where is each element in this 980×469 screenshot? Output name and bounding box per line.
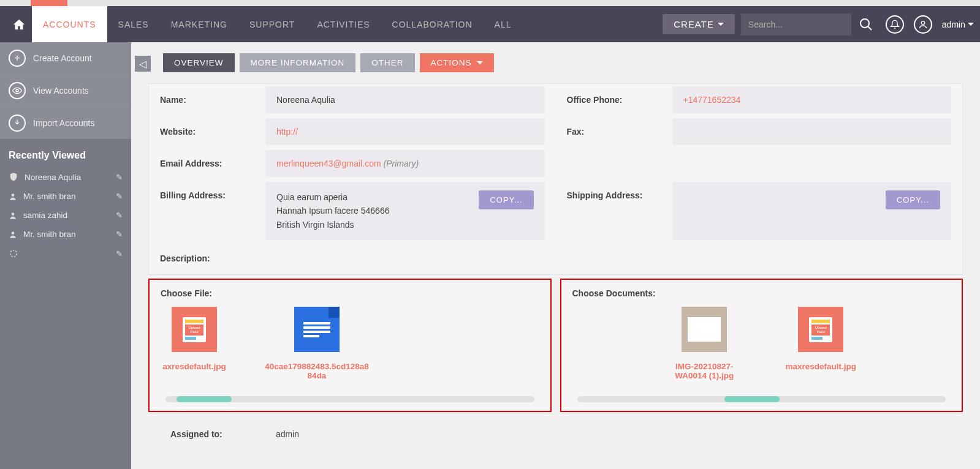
document-attachments[interactable]: IMG-20210827-WA0014 (1).jpg Upload Field… [572, 307, 951, 385]
search-input[interactable] [741, 13, 851, 36]
shield-icon [9, 172, 18, 182]
nav-support[interactable]: SUPPORT [238, 6, 306, 42]
choose-file-label: Choose File: [161, 288, 539, 298]
create-button[interactable]: CREATE [663, 14, 735, 34]
sidebar-create-account[interactable]: + Create Account [0, 42, 131, 75]
svg-point-4 [12, 193, 15, 197]
recent-name: Mr. smith bran [23, 192, 76, 201]
caret-down-icon [718, 23, 724, 26]
tab-actions[interactable]: ACTIONS [420, 53, 494, 72]
sidebar: + Create Account View Accounts Import Ac… [0, 42, 131, 469]
main-navbar: ACCOUNTS SALES MARKETING SUPPORT ACTIVIT… [0, 6, 980, 42]
edit-icon[interactable]: ✎ [116, 211, 123, 220]
file-name: IMG-20210827-WA0014 (1).jpg [670, 362, 738, 380]
shipping-label: Shipping Address: [556, 182, 672, 240]
nav-accounts[interactable]: ACCOUNTS [32, 6, 107, 42]
office-phone-value[interactable]: +14771652234 [672, 86, 952, 113]
recent-name: samia zahid [23, 211, 67, 220]
recently-viewed-header: Recently Viewed [0, 139, 131, 167]
sidebar-view-accounts[interactable]: View Accounts [0, 75, 131, 107]
tab-other[interactable]: OTHER [360, 53, 414, 72]
svg-line-1 [868, 26, 872, 30]
nav-marketing[interactable]: MARKETING [160, 6, 238, 42]
recent-name: Noreena Aqulia [25, 173, 81, 182]
recent-item[interactable]: samia zahid ✎ [0, 206, 131, 225]
sidebar-collapse-toggle[interactable]: ◁ [135, 56, 151, 72]
plus-icon: + [9, 50, 26, 67]
nav-collaboration[interactable]: COLLABORATION [381, 6, 484, 42]
file-thumb-photo-icon [682, 307, 727, 352]
file-name: maxresdefault.jpg [785, 362, 856, 371]
tab-overview[interactable]: OVERVIEW [163, 53, 235, 72]
name-label: Name: [149, 86, 265, 113]
choose-documents-section: Choose Documents: IMG-20210827-WA0014 (1… [560, 279, 963, 412]
nav-sales[interactable]: SALES [107, 6, 160, 42]
file-scrollbar[interactable] [165, 396, 534, 402]
eye-icon [9, 82, 26, 99]
edit-icon[interactable]: ✎ [116, 173, 123, 182]
email-primary-tag: (Primary) [384, 159, 419, 168]
file-item[interactable]: Upload Field maxresdefault.jpg [778, 307, 864, 380]
nav-all[interactable]: ALL [484, 6, 523, 42]
svg-point-6 [12, 231, 15, 234]
person-icon [9, 211, 17, 220]
caret-down-icon [477, 61, 483, 64]
billing-address-value[interactable]: Quia earum aperia Hannah Ipsum facere 54… [265, 182, 545, 240]
admin-caret-icon[interactable] [968, 23, 974, 26]
edit-icon[interactable]: ✎ [116, 230, 123, 239]
email-value[interactable]: merlinqueen43@gmail.com (Primary) [265, 150, 545, 177]
recent-name: Mr. smith bran [23, 230, 76, 239]
billing-line1: Quia earum aperia [276, 190, 471, 204]
file-item[interactable]: Upload Field axresdefault.jpg [161, 307, 228, 380]
recent-item[interactable]: ✎ [0, 244, 131, 263]
billing-line3: British Virgin Islands [276, 218, 471, 231]
assigned-value: admin [265, 421, 310, 448]
edit-icon[interactable]: ✎ [116, 249, 123, 258]
docs-scrollbar[interactable] [577, 396, 946, 402]
file-attachments[interactable]: Upload Field axresdefault.jpg 40cae17988… [161, 307, 539, 385]
sidebar-import-accounts[interactable]: Import Accounts [0, 107, 131, 139]
home-icon[interactable] [6, 18, 32, 31]
file-name: 40cae179882483.5cd128a884da [265, 362, 369, 380]
assigned-to-row: Assigned to: admin [148, 421, 963, 448]
assigned-label: Assigned to: [148, 421, 265, 448]
person-icon [9, 230, 17, 239]
name-value[interactable]: Noreena Aqulia [265, 86, 545, 113]
recent-item[interactable]: Mr. smith bran ✎ [0, 225, 131, 244]
edit-icon[interactable]: ✎ [116, 192, 123, 201]
svg-point-3 [16, 89, 18, 92]
shipping-address-value[interactable]: COPY... [672, 182, 952, 240]
description-label: Description: [149, 245, 265, 272]
notifications-icon[interactable] [881, 15, 909, 34]
tab-more-information[interactable]: MORE INFORMATION [240, 53, 356, 72]
svg-point-2 [921, 21, 924, 24]
tab-actions-label: ACTIONS [431, 58, 472, 67]
file-name: axresdefault.jpg [162, 362, 226, 371]
choose-file-section: Choose File: Upload Field axresdefault.j… [148, 279, 552, 412]
svg-point-0 [860, 19, 869, 28]
website-label: Website: [149, 118, 265, 145]
user-menu-icon[interactable] [909, 15, 937, 34]
search-icon[interactable] [851, 17, 881, 32]
recent-item[interactable]: Noreena Aqulia ✎ [0, 167, 131, 187]
copy-shipping-button[interactable]: COPY... [886, 190, 940, 209]
file-item[interactable]: 40cae179882483.5cd128a884da [265, 307, 369, 380]
fax-label: Fax: [556, 118, 672, 145]
copy-billing-button[interactable]: COPY... [479, 190, 533, 209]
file-thumb-doc-icon [294, 307, 340, 352]
admin-label: admin [937, 20, 968, 29]
nav-activities[interactable]: ACTIVITIES [306, 6, 381, 42]
loading-icon [9, 249, 18, 258]
email-label: Email Address: [149, 150, 265, 177]
fax-value[interactable] [672, 118, 952, 145]
detail-tabs: OVERVIEW MORE INFORMATION OTHER ACTIONS [163, 53, 963, 72]
billing-label: Billing Address: [149, 182, 265, 240]
email-address: merlinqueen43@gmail.com [276, 159, 381, 168]
file-item[interactable]: IMG-20210827-WA0014 (1).jpg [667, 307, 741, 380]
website-value[interactable]: http:// [265, 118, 545, 145]
recent-item[interactable]: Mr. smith bran ✎ [0, 187, 131, 206]
svg-point-5 [12, 212, 15, 216]
content-area: ◁ OVERVIEW MORE INFORMATION OTHER ACTION… [131, 42, 980, 469]
file-thumb-upload-icon: Upload Field [798, 307, 843, 352]
sidebar-item-label: View Accounts [33, 86, 89, 96]
